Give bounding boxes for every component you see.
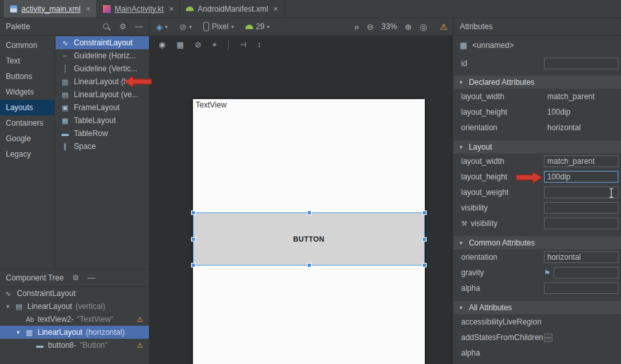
surface-toolbar: ◉ ▦ ⊘ ⌖ ⊣ ↕ [150, 36, 453, 54]
selection-handle-top-right[interactable] [422, 210, 427, 215]
section-layout[interactable]: ▼ Layout [453, 141, 621, 154]
close-tab-icon[interactable]: × [273, 4, 278, 14]
selection-handle-bottom-center[interactable] [307, 263, 311, 267]
tree-node-textview2[interactable]: Ab textView2- "TextView" ⚠ [0, 313, 149, 326]
attr-value[interactable]: match_parent [544, 92, 594, 101]
gravity-input[interactable] [554, 267, 618, 279]
tools-visibility-input[interactable] [544, 218, 618, 229]
expand-arrow-icon[interactable]: ▼ [16, 330, 26, 336]
theme-selector[interactable]: ⊘ ▾ [179, 22, 192, 32]
zoom-in-button[interactable]: ⊕ [405, 22, 412, 32]
palette-item-label: Space [74, 142, 96, 151]
palette-category-widgets[interactable]: Widgets [0, 84, 54, 100]
palette-item-label: ConstraintLayout [74, 38, 133, 47]
attr-row-layout-width: layout_width match_parent [453, 154, 621, 169]
toolbar-overflow-icon[interactable]: » [354, 22, 359, 32]
minimize-icon[interactable]: — [135, 22, 142, 31]
close-tab-icon[interactable]: × [85, 4, 91, 14]
palette-category-containers[interactable]: Containers [0, 115, 54, 131]
attr-value[interactable]: horizontal [544, 123, 581, 132]
align-bounds-icon[interactable]: ⊣ [240, 40, 246, 49]
palette-body: Common Text Buttons Widgets Layouts Cont… [0, 36, 149, 269]
palette-item-guideline-horizontal[interactable]: ┄ Guideline (Horiz... [56, 49, 149, 62]
addstatesfromchildren-checkbox[interactable]: — [544, 334, 552, 342]
selection-handle-bottom-right[interactable] [422, 263, 427, 267]
device-screen[interactable]: TextView BUTTON [193, 99, 425, 364]
magnet-off-icon[interactable]: ⊘ [195, 40, 201, 49]
search-icon[interactable] [102, 23, 111, 31]
section-common-attributes[interactable]: ▼ Common Attributes [453, 236, 621, 249]
canvas-button[interactable]: BUTTON [293, 235, 325, 243]
warning-icon[interactable]: ⚠ [137, 315, 143, 324]
tree-node-linearlayout-vertical[interactable]: ▼ ▤ LinearLayout (vertical) [0, 300, 149, 313]
palette-item-linearlayout-vertical[interactable]: ▤ LinearLayout (ve... [56, 88, 149, 101]
textview-icon: Ab [26, 316, 36, 323]
palette-item-framelayout[interactable]: ▣ FrameLayout [56, 101, 149, 114]
tree-node-linearlayout-horizontal[interactable]: ▼ ▥ LinearLayout (horizontal) [0, 326, 149, 339]
tab-mainactivity-kt[interactable]: MainActivity.kt × [97, 0, 180, 17]
selection-handle-middle-right[interactable] [422, 237, 427, 242]
tab-activity-main-xml[interactable]: activity_main.xml × [4, 0, 97, 17]
palette-category-text[interactable]: Text [0, 53, 54, 69]
zoom-to-fit-button[interactable]: ◎ [420, 22, 427, 32]
section-declared-attributes[interactable]: ▼ Declared Attributes [453, 76, 621, 89]
tree-node-constraintlayout[interactable]: ∿ ConstraintLayout [0, 287, 149, 300]
tree-node-detail: (vertical) [75, 302, 105, 311]
selected-linearlayout[interactable]: BUTTON [193, 212, 425, 266]
api-level-selector[interactable]: 29 ▾ [245, 22, 269, 31]
layout-width-input[interactable]: match_parent [544, 155, 618, 167]
palette-item-tablerow[interactable]: ▬ TableRow [56, 127, 149, 140]
palette-category-google[interactable]: Google [0, 131, 54, 146]
selected-component-row: ▦ <unnamed> [453, 36, 621, 55]
section-all-attributes[interactable]: ▼ All Attributes [453, 301, 621, 314]
expand-vertical-icon[interactable]: ↕ [257, 40, 261, 49]
tree-node-button8[interactable]: ▬ button8- "Button" ⚠ [0, 339, 149, 352]
expand-arrow-icon[interactable]: ▼ [5, 304, 16, 310]
button-icon: ▬ [36, 341, 47, 349]
gear-icon[interactable]: ⚙ [72, 273, 79, 282]
attr-row-addstatesfromchildren: addStatesFromChildren — [453, 330, 621, 345]
layout-height-input[interactable]: 100dip [544, 171, 618, 183]
flag-icon[interactable]: ⚑ [544, 269, 550, 277]
attr-value[interactable]: 100dip [544, 108, 570, 117]
visibility-input[interactable] [544, 202, 618, 214]
attr-label: alpha [461, 348, 544, 358]
palette-category-common[interactable]: Common [0, 38, 54, 53]
design-toolbar: ◈ ▾ ⊘ ▾ Pixel ▾ 29 ▾ » ⊖ 33% ⊕ ◎ ⚠ [150, 18, 453, 36]
tree-node-label: LinearLayout [27, 302, 72, 311]
warnings-button[interactable]: ⚠ [440, 22, 447, 32]
alpha-input[interactable] [544, 282, 618, 294]
view-mode-button[interactable]: ◈ ▾ [156, 22, 168, 32]
android-file-icon [186, 6, 194, 11]
id-input[interactable] [544, 58, 618, 69]
close-tab-icon[interactable]: × [169, 4, 174, 14]
blueprint-grid-icon[interactable]: ▦ [176, 40, 183, 49]
canvas-textview[interactable]: TextView [196, 100, 227, 109]
orientation-input[interactable]: horizontal [544, 251, 618, 263]
kotlin-file-icon [103, 5, 111, 13]
tab-label: AndroidManifest.xml [198, 5, 268, 14]
selection-handle-top-center[interactable] [307, 210, 311, 215]
zoom-out-button[interactable]: ⊖ [367, 22, 374, 32]
selection-handle-top-left[interactable] [191, 210, 196, 215]
palette-category-layouts[interactable]: Layouts [0, 100, 54, 115]
eye-icon[interactable]: ◉ [159, 40, 165, 49]
selection-handle-middle-left[interactable] [191, 237, 196, 242]
minimize-icon[interactable]: — [87, 273, 95, 282]
infer-constraints-icon[interactable]: ⌖ [212, 40, 217, 49]
palette-item-constraintlayout[interactable]: ∿ ConstraintLayout [56, 36, 149, 49]
device-selector[interactable]: Pixel ▾ [203, 22, 234, 31]
palette-item-tablelayout[interactable]: ▦ TableLayout [56, 114, 149, 127]
gear-icon[interactable]: ⚙ [119, 22, 126, 31]
attr-label: orientation [461, 123, 544, 132]
section-title: Declared Attributes [469, 78, 534, 87]
palette-item-guideline-vertical[interactable]: ┆ Guideline (Vertic... [56, 62, 149, 75]
palette-category-legacy[interactable]: Legacy [0, 146, 54, 162]
tab-androidmanifest-xml[interactable]: AndroidManifest.xml × [180, 0, 284, 17]
palette-category-buttons[interactable]: Buttons [0, 69, 54, 84]
warning-icon[interactable]: ⚠ [137, 341, 143, 350]
selection-handle-bottom-left[interactable] [191, 263, 196, 267]
palette-item-space[interactable]: ∥ Space [56, 140, 149, 153]
layout-weight-input[interactable] [544, 187, 618, 198]
section-title: Layout [469, 142, 492, 152]
